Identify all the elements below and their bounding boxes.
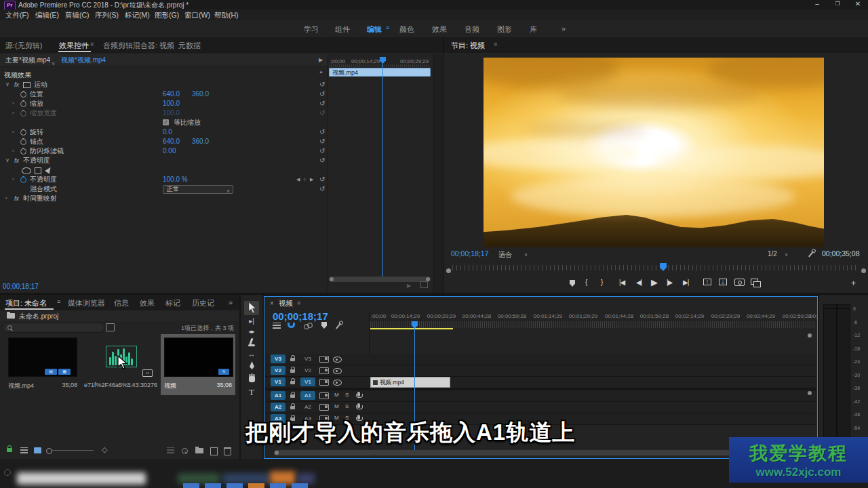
menu-graphics[interactable]: 图形(G) (155, 11, 179, 20)
lock-icon[interactable] (290, 358, 295, 361)
reset-icon[interactable]: ↺ (319, 137, 325, 146)
project-item-video[interactable]: ▤ ▦ 视频.mp4 35;08 (5, 336, 80, 394)
vertical-scroll-handle[interactable] (808, 333, 812, 338)
source-target-a1[interactable]: A1 (271, 391, 285, 400)
sync-lock-icon[interactable] (319, 367, 329, 374)
reset-icon[interactable]: ↺ (319, 89, 325, 99)
anchor-point-row[interactable]: 锚点 640.0 360.0 ↺ (0, 137, 328, 146)
show-timeline-view-icon[interactable]: ▶ (319, 57, 323, 63)
twirl-closed-icon[interactable]: › (12, 175, 14, 184)
step-forward-icon[interactable]: |▶ (667, 279, 672, 286)
ripple-edit-tool-icon[interactable]: ◂▸ (241, 328, 262, 335)
workspace-tab-assembly[interactable]: 组件 (335, 24, 350, 35)
source-target-v3[interactable]: V3 (271, 354, 285, 363)
uniform-scale-row[interactable]: ✓ 等比缩放 (0, 118, 328, 127)
antiflicker-value[interactable]: 0.00 (163, 146, 176, 156)
add-keyframe-icon[interactable]: ○ (303, 175, 306, 184)
mute-button[interactable]: M (334, 403, 339, 409)
tab-info[interactable]: 信息 (114, 298, 129, 308)
rotation-row[interactable]: › 旋转 0.0 ↺ (0, 127, 328, 137)
reset-icon[interactable]: ↺ (319, 184, 325, 194)
opacity-effect-row[interactable]: ∨ fx 不透明度 ↺ (0, 156, 328, 165)
sync-lock-icon[interactable] (319, 356, 329, 363)
lock-icon[interactable] (290, 381, 295, 384)
twirl-closed-icon[interactable]: › (5, 194, 7, 203)
insert-overwrite-icon[interactable] (273, 323, 281, 329)
track-name-a2[interactable]: A2 (300, 403, 315, 411)
mark-in-icon[interactable]: { (585, 279, 587, 286)
mini-timeline-scrollbar[interactable] (329, 277, 431, 282)
settings-wrench-icon[interactable] (808, 251, 814, 258)
source-target-v2[interactable]: V2 (271, 366, 285, 375)
opacity-value[interactable]: 100.0 % (163, 175, 188, 184)
motion-effect-row[interactable]: ∨ fx 运动 ↺ (0, 80, 328, 89)
timeline-timecode[interactable]: 00;00;18;17 (273, 310, 328, 322)
playback-resolution-select[interactable]: 1/2 (768, 250, 777, 258)
tab-audio-clip-mixer[interactable]: 音频剪辑混合器: 视频 (103, 41, 174, 51)
timeline-ruler[interactable] (370, 321, 816, 328)
comparison-view-icon[interactable] (751, 279, 758, 285)
close-button[interactable]: ✕ (849, 0, 867, 7)
time-remap-row[interactable]: › fx 时间重映射 (0, 194, 328, 203)
zoom-handle-left[interactable] (446, 268, 451, 273)
stopwatch-icon[interactable] (20, 148, 26, 155)
vertical-scroll-handle[interactable] (808, 391, 812, 395)
razor-tool-icon[interactable] (248, 338, 256, 347)
reset-icon[interactable]: ↺ (319, 80, 325, 89)
delete-icon[interactable] (224, 447, 231, 455)
anchor-y-value[interactable]: 360.0 (192, 137, 209, 146)
position-y-value[interactable]: 360.0 (192, 89, 209, 99)
toggle-track-output-icon[interactable] (333, 380, 342, 386)
program-scrubber[interactable] (452, 265, 859, 270)
twirl-closed-icon[interactable]: › (12, 146, 14, 156)
add-marker-icon[interactable] (321, 322, 327, 329)
voiceover-record-icon[interactable] (357, 392, 360, 396)
track-a2[interactable]: A2 A2 M S (265, 402, 816, 413)
item-name[interactable]: 视频.mp4 (8, 382, 34, 390)
effect-controls-timecode[interactable]: 00;00;18;17 (3, 283, 39, 290)
scale-row[interactable]: › 缩放 100.0 ↺ (0, 99, 328, 108)
project-overflow-icon[interactable]: » (229, 298, 233, 306)
export-frame-icon[interactable] (734, 279, 745, 286)
reset-icon[interactable]: ↺ (319, 146, 325, 156)
selection-tool-icon[interactable] (248, 302, 256, 314)
button-editor-plus-icon[interactable]: + (851, 279, 856, 288)
project-panel-menu-icon[interactable]: ≡ (57, 298, 60, 305)
opacity-group-label[interactable]: 不透明度 (23, 156, 50, 165)
playhead-line[interactable] (382, 58, 383, 277)
rotation-value[interactable]: 0.0 (163, 127, 172, 137)
sync-lock-icon[interactable] (319, 404, 329, 411)
find-icon[interactable] (182, 448, 188, 454)
reset-icon[interactable]: ↺ (319, 175, 325, 184)
timeline-clip-v1[interactable]: 视频.mp4 (370, 377, 450, 388)
prev-keyframe-icon[interactable]: ◀ (296, 175, 300, 184)
reset-icon[interactable]: ↺ (319, 127, 325, 137)
sort-icons-icon[interactable]: ◇ (102, 445, 107, 454)
position-row[interactable]: 位置 640.0 360.0 ↺ (0, 89, 328, 99)
source-target-a2[interactable]: A2 (271, 403, 285, 411)
project-writable-lock-icon[interactable] (7, 448, 12, 452)
stopwatch-icon[interactable] (20, 139, 26, 145)
tab-program-monitor[interactable]: 节目: 视频 (451, 41, 485, 51)
master-clip-label[interactable]: 主要*视频.mp4 (5, 54, 50, 66)
twirl-closed-icon[interactable]: › (12, 99, 14, 108)
play-icon[interactable]: ▶ (651, 277, 658, 287)
mute-button[interactable]: M (334, 392, 339, 398)
item-name[interactable]: e71f%2F46a5%.. (84, 382, 131, 388)
tab-project[interactable]: 项目: 未命名 (5, 298, 47, 308)
workspace-tab-editing[interactable]: 编辑 (367, 24, 382, 35)
menu-file[interactable]: 文件(F) (5, 11, 28, 20)
scale-value[interactable]: 100.0 (163, 99, 180, 108)
linked-selection-icon[interactable] (304, 324, 309, 329)
track-name-v1-targeted[interactable]: V1 (300, 378, 315, 386)
project-item-sequence-selected[interactable]: ≋ 视频 35;08 (161, 334, 235, 395)
go-to-in-icon[interactable]: |◀ (619, 279, 625, 286)
effect-controls-panel-menu-icon[interactable]: ≡ (90, 41, 94, 47)
track-v3[interactable]: V3 V3 (265, 354, 816, 365)
filter-bin-icon[interactable] (106, 323, 115, 331)
new-item-icon[interactable] (210, 447, 218, 455)
snap-magnet-icon[interactable] (288, 323, 295, 328)
workspace-tab-learning[interactable]: 学习 (304, 24, 319, 35)
track-name-v2[interactable]: V2 (300, 366, 315, 375)
workspace-tab-color[interactable]: 颜色 (399, 24, 414, 35)
